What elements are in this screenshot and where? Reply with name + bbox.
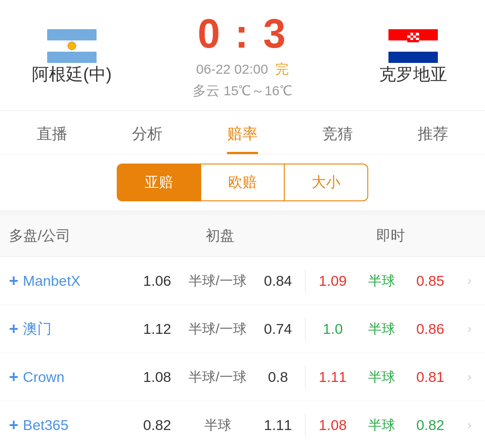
live-right: 0.85 bbox=[412, 273, 448, 289]
initial-odds-group: 1.06 半球/一球 0.84 bbox=[135, 272, 300, 290]
score-colon: : bbox=[235, 11, 263, 56]
init-left: 0.82 bbox=[139, 417, 175, 434]
init-right: 0.74 bbox=[260, 321, 296, 337]
svg-rect-26 bbox=[413, 38, 416, 40]
score-right: 3 bbox=[263, 11, 287, 56]
match-weather: 多云 15℃～16℃ bbox=[193, 83, 292, 98]
live-mid: 半球 bbox=[368, 416, 395, 435]
company-cell: + Crown bbox=[9, 368, 135, 386]
plus-icon[interactable]: + bbox=[9, 416, 18, 435]
plus-icon[interactable]: + bbox=[9, 319, 18, 338]
svg-rect-14 bbox=[388, 52, 438, 63]
initial-odds-group: 1.08 半球/一球 0.8 bbox=[135, 368, 300, 386]
company-name: Crown bbox=[23, 369, 64, 386]
arrow-icon[interactable]: › bbox=[467, 418, 472, 432]
match-status: 完 bbox=[275, 62, 289, 76]
live-mid: 半球 bbox=[368, 272, 395, 290]
svg-rect-27 bbox=[416, 38, 419, 40]
svg-rect-28 bbox=[407, 40, 419, 42]
svg-rect-2 bbox=[47, 52, 97, 63]
init-left: 1.08 bbox=[139, 369, 175, 386]
company-cell: + Bet365 bbox=[9, 416, 135, 435]
live-right: 0.86 bbox=[412, 321, 448, 337]
sub-tabs: 亚赔 欧赔 大小 bbox=[0, 155, 485, 211]
match-center: 0 : 3 06-22 02:00 完 多云 15℃～16℃ bbox=[135, 13, 350, 102]
live-odds-group: 1.0 半球 0.86 › bbox=[310, 320, 476, 338]
odds-table: 多盘/公司 初盘 即时 + ManbetX 1.06 半球/一球 0.84 1.… bbox=[0, 215, 485, 448]
away-team-name: 克罗地亚 bbox=[379, 63, 447, 86]
init-mid: 半球 bbox=[204, 416, 231, 435]
col-initial-header: 初盘 bbox=[135, 226, 305, 246]
col-live-header: 即时 bbox=[305, 226, 476, 246]
init-mid: 半球/一球 bbox=[189, 368, 246, 386]
company-name: ManbetX bbox=[23, 273, 80, 289]
table-row[interactable]: + 澳门 1.12 半球/一球 0.74 1.0 半球 0.86 › bbox=[0, 305, 485, 353]
company-name: 澳门 bbox=[23, 319, 52, 339]
match-header: 阿根廷(中) 0 : 3 06-22 02:00 完 多云 15℃～16℃ bbox=[0, 0, 485, 111]
away-team-flag bbox=[388, 29, 438, 63]
divider bbox=[305, 318, 306, 340]
svg-rect-19 bbox=[416, 33, 419, 35]
tab-recommend[interactable]: 推荐 bbox=[409, 111, 457, 154]
main-tabs: 直播 分析 赔率 竞猜 推荐 bbox=[0, 111, 485, 155]
tab-guess[interactable]: 竞猜 bbox=[313, 111, 362, 154]
arrow-icon[interactable]: › bbox=[467, 370, 472, 384]
init-mid: 半球/一球 bbox=[189, 272, 246, 290]
init-left: 1.06 bbox=[139, 273, 175, 289]
init-mid: 半球/一球 bbox=[189, 320, 246, 338]
live-odds-group: 1.11 半球 0.81 › bbox=[310, 368, 476, 386]
svg-rect-17 bbox=[410, 33, 413, 35]
live-right: 0.82 bbox=[412, 417, 448, 434]
home-team-flag bbox=[47, 29, 97, 63]
initial-odds-group: 1.12 半球/一球 0.74 bbox=[135, 320, 300, 338]
subtab-europe[interactable]: 欧赔 bbox=[201, 164, 284, 201]
subtab-asia[interactable]: 亚赔 bbox=[117, 164, 201, 201]
match-score: 0 : 3 bbox=[198, 13, 287, 54]
live-right: 0.81 bbox=[412, 369, 448, 386]
live-mid: 半球 bbox=[368, 368, 395, 386]
svg-rect-0 bbox=[47, 29, 97, 40]
init-right: 0.8 bbox=[260, 369, 296, 386]
table-header: 多盘/公司 初盘 即时 bbox=[0, 215, 485, 257]
match-meta: 06-22 02:00 完 多云 15℃～16℃ bbox=[193, 58, 292, 102]
subtab-size[interactable]: 大小 bbox=[284, 164, 368, 201]
svg-rect-16 bbox=[407, 33, 410, 35]
tab-live[interactable]: 直播 bbox=[28, 111, 76, 154]
match-date: 06-22 02:00 bbox=[196, 62, 268, 76]
initial-odds-group: 0.82 半球 1.11 bbox=[135, 416, 300, 435]
company-name: Bet365 bbox=[23, 417, 68, 434]
svg-rect-18 bbox=[413, 33, 416, 35]
live-mid: 半球 bbox=[368, 320, 395, 338]
table-row[interactable]: + Crown 1.08 半球/一球 0.8 1.11 半球 0.81 › bbox=[0, 353, 485, 401]
live-odds-group: 1.08 半球 0.82 › bbox=[310, 416, 476, 435]
arrow-icon[interactable]: › bbox=[467, 274, 472, 288]
divider bbox=[305, 270, 306, 292]
home-team: 阿根廷(中) bbox=[9, 29, 135, 86]
live-odds-group: 1.09 半球 0.85 › bbox=[310, 272, 476, 290]
svg-rect-20 bbox=[407, 35, 410, 38]
home-team-name: 阿根廷(中) bbox=[32, 63, 111, 86]
company-cell: + 澳门 bbox=[9, 319, 135, 339]
svg-rect-25 bbox=[410, 38, 413, 40]
init-left: 1.12 bbox=[139, 321, 175, 337]
live-left: 1.09 bbox=[315, 273, 351, 289]
away-team: 克罗地亚 bbox=[350, 29, 476, 86]
live-left: 1.11 bbox=[315, 369, 351, 386]
plus-icon[interactable]: + bbox=[9, 368, 18, 386]
svg-rect-21 bbox=[410, 35, 413, 38]
tab-analysis[interactable]: 分析 bbox=[123, 111, 172, 154]
live-left: 1.08 bbox=[315, 417, 351, 434]
table-row[interactable]: + ManbetX 1.06 半球/一球 0.84 1.09 半球 0.85 › bbox=[0, 257, 485, 305]
init-right: 0.84 bbox=[260, 273, 296, 289]
init-right: 1.11 bbox=[260, 417, 296, 434]
tab-odds[interactable]: 赔率 bbox=[218, 111, 267, 154]
table-row[interactable]: + Bet365 0.82 半球 1.11 1.08 半球 0.82 › bbox=[0, 401, 485, 448]
live-left: 1.0 bbox=[315, 321, 351, 337]
svg-rect-24 bbox=[407, 38, 410, 40]
divider bbox=[305, 414, 306, 436]
col-company-header: 多盘/公司 bbox=[9, 226, 135, 246]
divider bbox=[305, 366, 306, 388]
score-left: 0 bbox=[198, 11, 222, 56]
plus-icon[interactable]: + bbox=[9, 271, 18, 290]
arrow-icon[interactable]: › bbox=[467, 322, 472, 336]
